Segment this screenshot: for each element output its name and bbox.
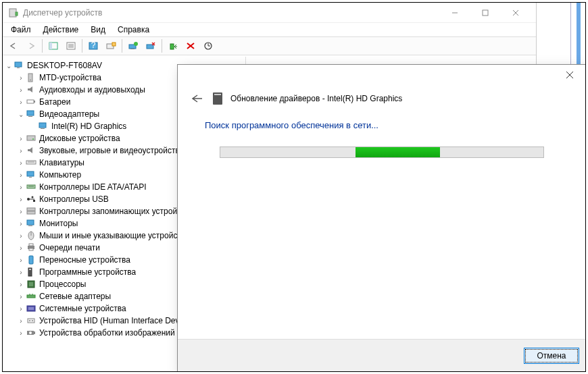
properties-icon[interactable]	[63, 38, 79, 53]
chevron-right-icon[interactable]: ›	[16, 99, 26, 106]
chevron-right-icon[interactable]: ›	[16, 208, 26, 215]
tree-item-label: Устройства обработки изображений	[39, 328, 175, 338]
dialog-back-button[interactable]	[189, 90, 205, 107]
tree-item-label: Клавиатуры	[39, 158, 84, 167]
svg-rect-70	[34, 331, 35, 334]
chevron-right-icon[interactable]: ›	[16, 257, 26, 264]
svg-rect-17	[130, 49, 134, 49]
net-icon	[26, 291, 36, 302]
svg-rect-32	[39, 123, 46, 128]
chevron-right-icon[interactable]: ›	[16, 232, 26, 240]
tree-item-label: Компьютер	[39, 170, 81, 180]
menu-action[interactable]: Действие	[38, 24, 84, 36]
svg-rect-3	[483, 10, 488, 16]
svg-point-67	[32, 320, 33, 321]
chevron-right-icon[interactable]: ›	[16, 281, 26, 288]
update-driver-dialog: Обновление драйверов - Intel(R) HD Graph…	[177, 64, 586, 372]
svg-rect-26	[28, 74, 32, 82]
printer-icon	[26, 242, 36, 253]
chevron-right-icon[interactable]: ›	[16, 171, 26, 179]
cancel-button[interactable]: Отмена	[524, 348, 579, 364]
svg-rect-45	[33, 200, 35, 202]
dialog-title: Обновление драйверов - Intel(R) HD Graph…	[230, 94, 402, 103]
software-icon	[26, 267, 36, 277]
dialog-close-button[interactable]	[556, 66, 583, 84]
help-icon[interactable]: ?	[85, 38, 101, 53]
system-icon	[26, 303, 36, 314]
maximize-button[interactable]	[470, 3, 500, 22]
close-button[interactable]	[500, 3, 531, 22]
disable-device-icon[interactable]	[182, 38, 199, 53]
chevron-right-icon[interactable]: ›	[16, 196, 26, 203]
storage-icon	[26, 206, 36, 217]
chevron-right-icon[interactable]: ›	[16, 74, 26, 82]
chevron-right-icon[interactable]: ›	[16, 159, 26, 167]
menu-bar: Файл Действие Вид Справка	[3, 23, 536, 36]
svg-rect-65	[28, 319, 34, 323]
svg-rect-15	[112, 43, 116, 46]
svg-rect-33	[41, 128, 45, 129]
window-title: Диспетчер устройств	[23, 8, 439, 18]
chevron-right-icon[interactable]: ›	[16, 86, 26, 94]
tree-item-label: Программные устройства	[39, 267, 136, 277]
tree-item-label: DESKTOP-FT608AV	[27, 61, 102, 70]
svg-point-35	[32, 138, 34, 140]
svg-rect-34	[27, 136, 35, 140]
chevron-down-icon[interactable]: ⌄	[4, 62, 14, 70]
tree-item-label: Дисковые устройства	[39, 134, 120, 143]
scan-changes-icon[interactable]	[200, 38, 216, 53]
chevron-right-icon[interactable]: ›	[16, 317, 26, 325]
tree-item-label: Сетевые адаптеры	[39, 292, 111, 301]
chevron-right-icon[interactable]: ›	[16, 135, 26, 142]
chevron-right-icon[interactable]: ›	[16, 244, 26, 252]
svg-point-66	[29, 320, 30, 321]
app-icon	[8, 7, 19, 18]
monitor-icon	[38, 121, 49, 132]
tree-item-label: Видеоадаптеры	[39, 109, 99, 119]
menu-help[interactable]: Справка	[112, 24, 155, 36]
svg-point-18	[134, 42, 138, 46]
menu-view[interactable]: Вид	[85, 24, 111, 36]
chevron-down-icon[interactable]: ⌄	[16, 111, 26, 118]
tree-item-label: Контроллеры запоминающих устройств	[39, 207, 189, 216]
menu-file[interactable]: Файл	[5, 24, 36, 36]
svg-rect-20	[170, 44, 174, 49]
show-hide-tree-icon[interactable]	[45, 38, 62, 53]
portable-icon	[26, 255, 36, 265]
title-bar: Диспетчер устройств	[3, 3, 536, 23]
tree-item-label: Мыши и иные указывающие устройства	[39, 231, 190, 240]
uninstall-device-icon[interactable]	[143, 38, 159, 53]
tree-item-label: Очереди печати	[39, 243, 100, 252]
back-icon[interactable]	[5, 38, 22, 53]
update-driver-icon[interactable]	[125, 38, 141, 53]
tree-item-label: Системные устройства	[39, 304, 126, 313]
svg-rect-60	[27, 295, 35, 298]
chip-icon	[26, 279, 36, 290]
usb-icon	[26, 194, 36, 205]
tree-item-label: Контроллеры IDE ATA/ATAPI	[39, 182, 147, 192]
scan-hardware-icon[interactable]	[103, 38, 119, 53]
chevron-right-icon[interactable]: ›	[16, 220, 26, 228]
chevron-right-icon[interactable]: ›	[16, 184, 26, 191]
chevron-right-icon[interactable]: ›	[16, 293, 26, 300]
svg-rect-1	[16, 12, 18, 16]
svg-rect-47	[27, 211, 35, 214]
minimize-button[interactable]	[439, 3, 470, 22]
svg-rect-55	[29, 256, 33, 264]
enable-device-icon[interactable]	[165, 38, 181, 53]
keyboard-icon	[26, 157, 36, 168]
chevron-right-icon[interactable]: ›	[16, 147, 26, 155]
svg-rect-57	[29, 269, 31, 270]
progress-indicator	[356, 147, 440, 157]
svg-rect-29	[34, 101, 35, 103]
tree-item-label: Аудиовходы и аудиовыходы	[39, 85, 145, 95]
mouse-icon	[26, 230, 36, 241]
computer-icon	[26, 169, 36, 180]
monitor-icon	[26, 109, 36, 119]
chevron-right-icon[interactable]: ›	[16, 269, 26, 276]
mtd-icon	[26, 72, 36, 83]
chevron-right-icon[interactable]: ›	[16, 329, 26, 337]
chevron-right-icon[interactable]: ›	[16, 305, 26, 313]
disk-icon	[26, 133, 36, 144]
forward-icon[interactable]	[23, 38, 39, 53]
